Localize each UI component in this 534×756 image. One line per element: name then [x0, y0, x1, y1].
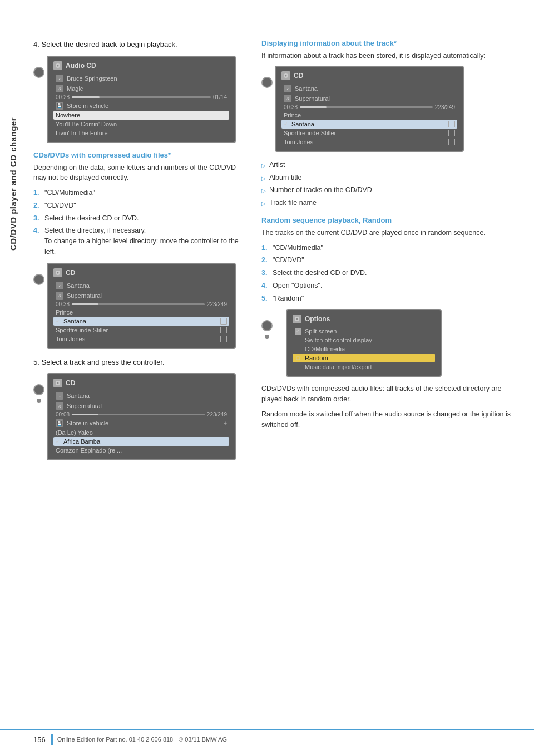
audio-cd-icon — [53, 61, 62, 70]
display-sportfreunde: Sportfreunde Stiller — [281, 129, 457, 138]
split-checkbox: ✓ — [295, 328, 301, 335]
displaying-body: If information about a track has been st… — [261, 51, 517, 61]
display-santana-row: ♪ Santana — [281, 84, 457, 94]
screen2-supernatural: ♫ Supernatural — [53, 291, 229, 301]
displaying-heading: Displaying information about the track* — [261, 39, 517, 47]
folder-icon-d1 — [448, 121, 455, 127]
screen1-comin: You'll Be Comin' Down — [53, 120, 229, 129]
controller-main3 — [33, 384, 44, 395]
random-checkbox: □ — [295, 355, 301, 361]
folder-icon2 — [220, 318, 227, 325]
music-icon3: ♫ — [56, 402, 63, 410]
controller-main1 — [33, 67, 44, 78]
random-list-item-1: 1. "CD/Multimedia" — [261, 243, 517, 253]
controller-options — [261, 309, 273, 339]
screen2-santana-selected: ✓ Santana — [53, 317, 229, 326]
person-icon-d: ♪ — [284, 85, 291, 92]
music-icon2: ♫ — [56, 292, 63, 300]
person-icon1: ♪ — [56, 75, 63, 82]
controller1 — [33, 56, 44, 78]
random-body: The tracks on the current CD/DVD are pla… — [261, 228, 517, 238]
cds-list-item-3: 3. Select the desired CD or DVD. — [33, 213, 245, 224]
cds-list-item-4: 4. Select the directory, if necessary.To… — [33, 225, 245, 257]
bullet-artist: ▷ Artist — [261, 160, 517, 170]
screen2: CD ♪ Santana ♫ Supernatural 00:38 223/24… — [33, 263, 245, 357]
display-bullet-list: ▷ Artist ▷ Album title ▷ Number of track… — [261, 160, 517, 208]
screen2-mockup: CD ♪ Santana ♫ Supernatural 00:38 223/24… — [47, 263, 236, 349]
options-header: Options — [293, 315, 435, 323]
step4-intro: 4. Select the desired track to begin pla… — [33, 39, 245, 50]
sidebar-label: CD/DVD player and CD changer — [0, 45, 27, 323]
footer-copyright: Online Edition for Part no. 01 40 2 606 … — [57, 736, 227, 743]
folder-icon4 — [220, 336, 227, 342]
footer: 156 Online Edition for Part no. 01 40 2 … — [0, 729, 534, 745]
screen3-inner: CD ♪ Santana ♫ Supernatural 00:08 223/24… — [47, 373, 245, 468]
screen1: Audio CD ♪ Bruce Springsteen ♫ Magic 00:… — [33, 56, 245, 151]
random-list-item-4: 4. Open "Options". — [261, 281, 517, 291]
options-switch-off: Switch off control display — [293, 336, 435, 345]
footer-divider — [51, 734, 53, 745]
controller2 — [33, 263, 44, 285]
screen2-header: CD — [53, 268, 229, 277]
person-icon2: ♪ — [56, 282, 63, 289]
screen3-mockup: CD ♪ Santana ♫ Supernatural 00:08 223/24… — [47, 373, 236, 460]
screen3-dale: (Da Le) Yaleo — [53, 428, 229, 437]
random-list-item-2: 2. "CD/DVD" — [261, 255, 517, 266]
switch-off-checkbox — [295, 337, 301, 343]
controller-main-display — [261, 77, 273, 88]
random-heading: Random sequence playback, Random — [261, 216, 517, 224]
svg-point-5 — [57, 382, 59, 384]
screen3-santana-row: ♪ Santana — [53, 391, 229, 401]
left-column: 4. Select the desired track to begin pla… — [33, 39, 245, 468]
cd-icon-display — [281, 71, 290, 80]
display-supernatural: ♫ Supernatural — [281, 94, 457, 104]
options-cd-multimedia: CD/Multimedia — [293, 345, 435, 354]
screen2-time: 00:38 223/249 — [53, 301, 229, 308]
music-icon-d: ♫ — [284, 95, 291, 102]
display-screen: CD ♪ Santana ♫ Supernatural 00:38 223/24… — [261, 66, 517, 160]
display-time: 00:38 223/249 — [281, 104, 457, 111]
display-screen-mockup: CD ♪ Santana ♫ Supernatural 00:38 223/24… — [275, 66, 464, 152]
time-bar-d — [300, 106, 433, 108]
screen3-store: 💾 Store in vehicle + — [53, 418, 229, 428]
options-music-data: Music data import/export — [293, 362, 435, 371]
folder-icon-d3 — [448, 139, 455, 145]
svg-point-3 — [57, 272, 59, 273]
controller-main2 — [33, 274, 44, 285]
display-header: CD — [281, 71, 457, 80]
controller-main-opt — [261, 320, 273, 331]
cds-list-item-2: 2. "CD/DVD" — [33, 200, 245, 211]
time-bar2 — [72, 303, 205, 305]
screen1-row2: ♫ Magic — [53, 84, 229, 94]
screen2-santana-row: ♪ Santana — [53, 281, 229, 291]
controller3 — [33, 373, 44, 403]
folder-icon-d2 — [448, 130, 455, 136]
screen3-africa: ✓ Africa Bamba — [53, 437, 229, 446]
cds-note2: Random mode is switched off when the aud… — [261, 409, 517, 430]
screen2-prince: Prince — [53, 308, 229, 317]
display-tom-jones: Tom Jones — [281, 138, 457, 146]
screen3-time: 00:08 223/249 — [53, 411, 229, 418]
svg-point-1 — [57, 65, 59, 66]
store-icon3: 💾 — [56, 419, 63, 427]
screen1-row1: ♪ Bruce Springsteen — [53, 73, 229, 84]
screen1-inner: Audio CD ♪ Bruce Springsteen ♫ Magic 00:… — [47, 56, 245, 151]
cds-list-item-1: 1. "CD/Multimedia" — [33, 188, 245, 198]
bullet-filename: ▷ Track file name — [261, 198, 517, 208]
cd-icon3 — [53, 379, 62, 387]
screen1-nowhere: Nowhere — [53, 111, 229, 120]
cds-numbered-list: 1. "CD/Multimedia" 2. "CD/DVD" 3. Select… — [33, 188, 245, 257]
bullet-tracks: ▷ Number of tracks on the CD/DVD — [261, 185, 517, 195]
screen1-store: 💾 Store in vehicle — [53, 101, 229, 111]
options-screen-inner: Options ✓ Split screen Switch off contro… — [275, 309, 517, 384]
folder-icon3 — [220, 327, 227, 333]
screen2-inner: CD ♪ Santana ♫ Supernatural 00:38 223/24… — [47, 263, 245, 357]
screen1-livin: Livin' In The Future — [53, 129, 229, 138]
controller-btn-opt — [265, 335, 269, 339]
screen1-header: Audio CD — [53, 61, 229, 70]
display-santana-selected: ✓ Santana — [281, 120, 457, 129]
right-column: Displaying information about the track* … — [261, 39, 517, 468]
random-list-item-5: 5. "Random" — [261, 293, 517, 304]
music-icon1: ♫ — [56, 85, 63, 92]
cd-icon2 — [53, 268, 62, 277]
